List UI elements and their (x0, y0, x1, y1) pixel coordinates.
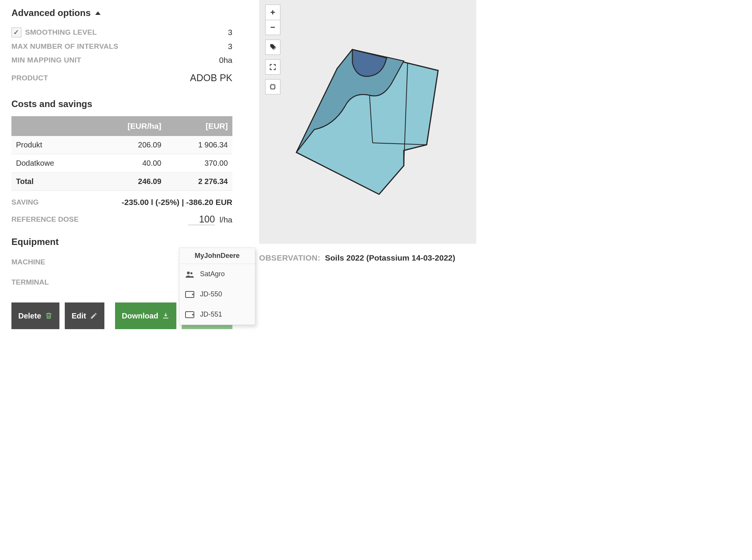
svg-point-5 (192, 314, 193, 315)
saving-value: -235.00 l (-25%) | -386.20 EUR (122, 198, 232, 207)
fullscreen-button[interactable] (265, 59, 280, 75)
download-button[interactable]: Download (115, 302, 177, 329)
costs-header-name (11, 116, 93, 136)
mmu-label: MIN MAPPING UNIT (11, 56, 81, 64)
pencil-icon (90, 312, 98, 320)
saving-label: SAVING (11, 198, 38, 206)
tags-button[interactable] (265, 40, 280, 55)
smoothing-row: ✓ SMOOTHING LEVEL 3 (11, 25, 232, 40)
refdose-label: REFERENCE DOSE (11, 215, 78, 224)
processor-icon (269, 83, 276, 90)
refdose-unit: l/ha (219, 215, 232, 224)
refdose-row: REFERENCE DOSE l/ha (11, 214, 232, 225)
advanced-options-header[interactable]: Advanced options (11, 8, 232, 18)
observation-label: OBSERVATION: (259, 253, 320, 262)
table-row: Produkt 206.09 1 906.34 (11, 136, 232, 154)
zoom-in-button[interactable]: + (265, 5, 280, 20)
download-icon (162, 312, 170, 320)
observation-row: OBSERVATION: Soils 2022 (Potassium 14-03… (259, 252, 488, 263)
map-area[interactable]: + − (259, 0, 476, 244)
costs-header-perha: [EUR/ha] (93, 116, 166, 136)
costs-table: [EUR/ha] [EUR] Produkt 206.09 1 906.34 D… (11, 116, 232, 191)
field-polygon (293, 40, 446, 200)
dropdown-header: MyJohnDeere (179, 248, 255, 264)
mmu-row: MIN MAPPING UNIT 0ha (11, 53, 232, 67)
svg-point-3 (192, 294, 193, 295)
dropdown-item-jd550[interactable]: JD-550 (179, 284, 255, 304)
group-icon (185, 271, 195, 278)
saving-row: SAVING -235.00 l (-25%) | -386.20 EUR (11, 198, 232, 207)
mmu-value: 0ha (219, 56, 232, 65)
intervals-value: 3 (228, 42, 232, 51)
delete-button[interactable]: Delete (11, 302, 59, 329)
advanced-options-title: Advanced options (11, 8, 91, 18)
observation-value: Soils 2022 (Potassium 14-03-2022) (325, 253, 455, 262)
svg-point-1 (190, 272, 192, 274)
zoom-group: + − (265, 5, 280, 35)
edit-button[interactable]: Edit (65, 302, 104, 329)
send-to-dropdown: MyJohnDeere SatAgro JD-550 JD-551 (179, 248, 255, 325)
processor-button[interactable] (265, 79, 280, 94)
smoothing-label: SMOOTHING LEVEL (25, 28, 97, 37)
zoom-out-button[interactable]: − (265, 20, 280, 35)
product-row: PRODUCT ADOB PK (11, 70, 232, 86)
intervals-label: MAX NUMBER OF INTERVALS (11, 42, 118, 51)
table-row: Dodatkowe 40.00 370.00 (11, 154, 232, 173)
tablet-icon (185, 311, 195, 318)
table-row-total: Total 246.09 2 276.34 (11, 173, 232, 191)
equipment-title: Equipment (11, 237, 232, 247)
costs-header-total: [EUR] (166, 116, 233, 136)
smoothing-checkbox[interactable]: ✓ (11, 27, 21, 37)
refdose-input[interactable] (188, 214, 215, 225)
dropdown-item-jd551[interactable]: JD-551 (179, 304, 255, 325)
product-label: PRODUCT (11, 74, 48, 82)
dropdown-item-satagro[interactable]: SatAgro (179, 264, 255, 284)
smoothing-value: 3 (228, 28, 232, 37)
tags-icon (269, 43, 277, 51)
intervals-row: MAX NUMBER OF INTERVALS 3 (11, 40, 232, 53)
tablet-icon (185, 291, 195, 298)
costs-title: Costs and savings (11, 99, 232, 109)
fullscreen-icon (269, 64, 276, 70)
svg-point-0 (187, 271, 190, 274)
svg-rect-6 (271, 85, 275, 89)
trash-icon (45, 312, 53, 320)
chevron-up-icon (95, 11, 101, 15)
terminal-label: TERMINAL (11, 278, 49, 286)
product-value: ADOB PK (190, 72, 232, 83)
